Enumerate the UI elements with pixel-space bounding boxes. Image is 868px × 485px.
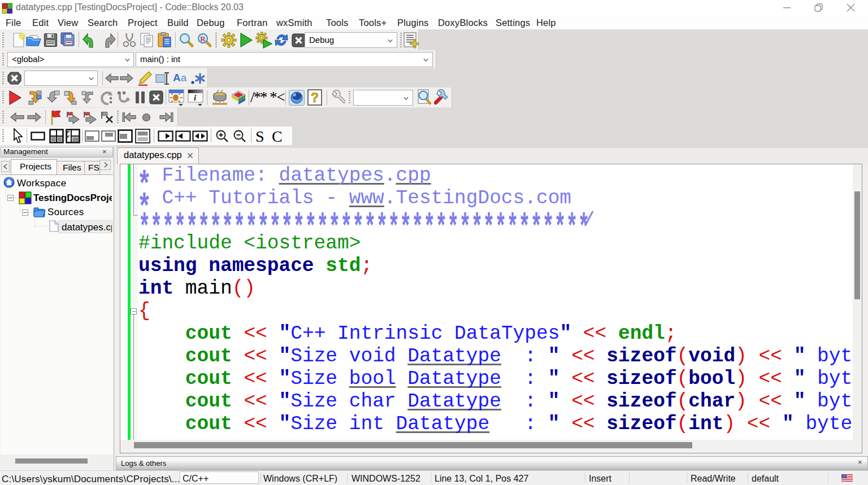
svg-text:R: R (200, 34, 206, 43)
svg-text:?: ? (311, 90, 319, 105)
